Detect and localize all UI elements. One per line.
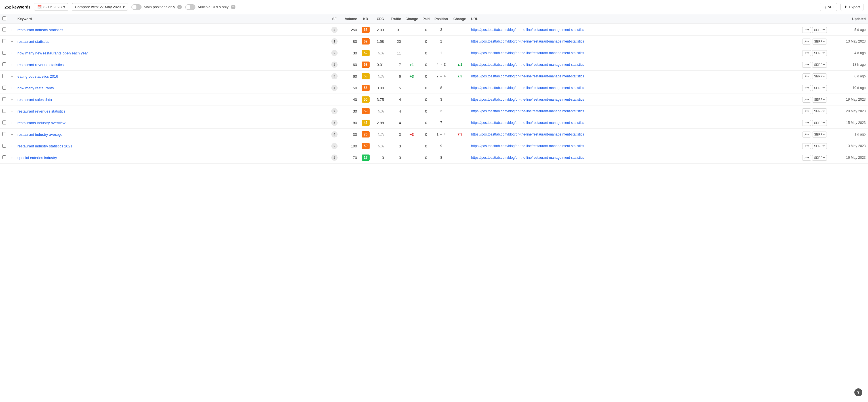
- row-expand-button[interactable]: +: [8, 24, 15, 36]
- url-link[interactable]: https://pos.toasttab.com/blog/on-the-lin…: [471, 132, 798, 137]
- row-checkbox[interactable]: [2, 62, 6, 66]
- row-expand-button[interactable]: +: [8, 152, 15, 164]
- chart-button[interactable]: ↗ ▾: [802, 97, 811, 103]
- serp-button[interactable]: SERP ▾: [812, 27, 827, 33]
- row-checkbox[interactable]: [2, 155, 6, 159]
- url-link[interactable]: https://pos.toasttab.com/blog/on-the-lin…: [471, 97, 798, 102]
- serp-button[interactable]: SERP ▾: [812, 50, 827, 56]
- keyword-link[interactable]: restaurant sales data: [18, 98, 52, 102]
- chart-button[interactable]: ↗ ▾: [802, 39, 811, 44]
- chart-button[interactable]: ↗ ▾: [802, 120, 811, 126]
- main-positions-toggle[interactable]: [131, 4, 142, 10]
- url-link[interactable]: https://pos.toasttab.com/blog/on-the-lin…: [471, 39, 798, 44]
- main-positions-help-icon[interactable]: ?: [177, 5, 182, 9]
- keyword-link[interactable]: how many restaurants: [18, 86, 54, 90]
- header-traffic[interactable]: Traffic: [386, 14, 403, 24]
- keyword-link[interactable]: restaurant statistics: [18, 39, 49, 44]
- chart-button[interactable]: ↗ ▾: [802, 27, 811, 33]
- serp-button[interactable]: SERP ▾: [812, 62, 827, 68]
- row-expand-button[interactable]: +: [8, 129, 15, 140]
- chart-button[interactable]: ↗ ▾: [802, 73, 811, 79]
- serp-button[interactable]: SERP ▾: [812, 155, 827, 161]
- header-pos-change[interactable]: Change: [451, 14, 469, 24]
- chart-button[interactable]: ↗ ▾: [802, 62, 811, 68]
- row-checkbox[interactable]: [2, 132, 6, 136]
- export-button[interactable]: ⬆ Export: [840, 3, 864, 11]
- row-checkbox[interactable]: [2, 97, 6, 101]
- serp-dropdown-icon: ▾: [823, 86, 825, 90]
- chart-button[interactable]: ↗ ▾: [802, 143, 811, 149]
- row-expand-button[interactable]: +: [8, 71, 15, 82]
- serp-button[interactable]: SERP ▾: [812, 85, 827, 91]
- row-checkbox[interactable]: [2, 39, 6, 43]
- keyword-link[interactable]: restaurant revenue statistics: [18, 63, 64, 67]
- url-link[interactable]: https://pos.toasttab.com/blog/on-the-lin…: [471, 155, 798, 160]
- row-checkbox[interactable]: [2, 74, 6, 78]
- row-expand-button[interactable]: +: [8, 47, 15, 59]
- multiple-urls-help-icon[interactable]: ?: [231, 5, 236, 9]
- row-cpc: 0.01: [372, 59, 386, 71]
- serp-button[interactable]: SERP ▾: [812, 132, 827, 137]
- header-cpc[interactable]: CPC: [372, 14, 386, 24]
- multiple-urls-toggle[interactable]: [185, 4, 195, 10]
- row-expand-button[interactable]: +: [8, 94, 15, 105]
- row-position: 9: [432, 140, 451, 152]
- compare-button[interactable]: Compare with: 27 May 2023 ▾: [72, 3, 128, 11]
- header-sf[interactable]: SF: [328, 14, 341, 24]
- url-link[interactable]: https://pos.toasttab.com/blog/on-the-lin…: [471, 51, 798, 56]
- api-button[interactable]: {} API: [820, 3, 837, 11]
- header-volume[interactable]: Volume: [341, 14, 360, 24]
- url-link[interactable]: https://pos.toasttab.com/blog/on-the-lin…: [471, 86, 798, 91]
- row-checkbox[interactable]: [2, 121, 6, 125]
- url-link[interactable]: https://pos.toasttab.com/blog/on-the-lin…: [471, 62, 798, 67]
- chart-button[interactable]: ↗ ▾: [802, 108, 811, 114]
- date-button[interactable]: 📅 3 Jun 2023 ▾: [34, 3, 68, 11]
- serp-button[interactable]: SERP ▾: [812, 73, 827, 79]
- row-checkbox[interactable]: [2, 86, 6, 90]
- url-link[interactable]: https://pos.toasttab.com/blog/on-the-lin…: [471, 121, 798, 125]
- row-kd: 70: [360, 129, 372, 140]
- row-traffic-change: [403, 105, 421, 117]
- keyword-link[interactable]: eating out statistics 2016: [18, 74, 58, 78]
- row-checkbox-cell: [0, 152, 8, 164]
- row-checkbox[interactable]: [2, 51, 6, 55]
- row-expand-button[interactable]: +: [8, 59, 15, 71]
- url-link[interactable]: https://pos.toasttab.com/blog/on-the-lin…: [471, 109, 798, 114]
- row-expand-button[interactable]: +: [8, 82, 15, 94]
- header-position[interactable]: Position: [432, 14, 451, 24]
- url-link[interactable]: https://pos.toasttab.com/blog/on-the-lin…: [471, 28, 798, 32]
- keyword-link[interactable]: restaurants industry overview: [18, 121, 65, 125]
- row-expand-button[interactable]: +: [8, 105, 15, 117]
- header-keyword[interactable]: Keyword: [15, 14, 328, 24]
- chart-button[interactable]: ↗ ▾: [802, 155, 811, 161]
- row-checkbox[interactable]: [2, 144, 6, 148]
- header-paid[interactable]: Paid: [421, 14, 432, 24]
- keyword-link[interactable]: restaurant industry average: [18, 132, 62, 137]
- row-expand-button[interactable]: +: [8, 117, 15, 129]
- header-change[interactable]: Change: [403, 14, 421, 24]
- keyword-link[interactable]: restaurant revenues statistics: [18, 109, 65, 113]
- url-link[interactable]: https://pos.toasttab.com/blog/on-the-lin…: [471, 74, 798, 79]
- keyword-link[interactable]: how many new restaurants open each year: [18, 51, 88, 55]
- keyword-link[interactable]: special eateries industry: [18, 156, 57, 160]
- serp-button[interactable]: SERP ▾: [812, 39, 827, 44]
- chart-button[interactable]: ↗ ▾: [802, 132, 811, 137]
- row-checkbox-cell: [0, 24, 8, 36]
- serp-button[interactable]: SERP ▾: [812, 120, 827, 126]
- chart-button[interactable]: ↗ ▾: [802, 50, 811, 56]
- keyword-link[interactable]: restaurant industry statistics 2021: [18, 144, 73, 148]
- table-row: +restaurant sales data40503.75403https:/…: [0, 94, 868, 105]
- row-checkbox[interactable]: [2, 28, 6, 31]
- url-link[interactable]: https://pos.toasttab.com/blog/on-the-lin…: [471, 144, 798, 148]
- serp-button[interactable]: SERP ▾: [812, 143, 827, 149]
- keyword-link[interactable]: restaurant industry statistics: [18, 28, 63, 32]
- header-kd[interactable]: KD: [360, 14, 372, 24]
- row-expand-button[interactable]: +: [8, 36, 15, 47]
- row-expand-button[interactable]: +: [8, 140, 15, 152]
- chart-button[interactable]: ↗ ▾: [802, 85, 811, 91]
- select-all-checkbox[interactable]: [2, 16, 6, 21]
- row-checkbox[interactable]: [2, 109, 6, 113]
- serp-button[interactable]: SERP ▾: [812, 97, 827, 103]
- header-updated[interactable]: Updated: [840, 14, 868, 24]
- serp-button[interactable]: SERP ▾: [812, 108, 827, 114]
